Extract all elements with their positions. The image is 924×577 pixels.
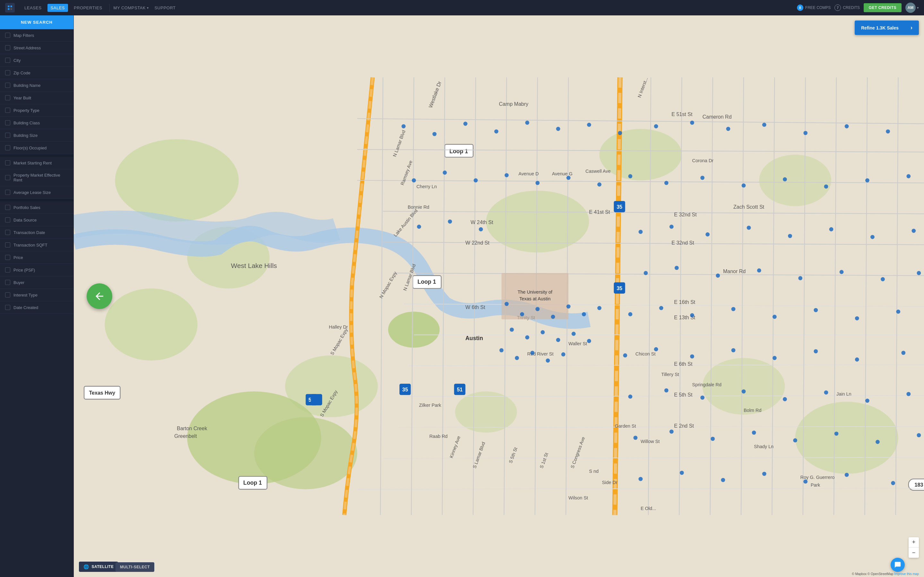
filter-checkbox-map-filters[interactable] bbox=[5, 33, 10, 38]
filter-item-date-created[interactable]: Date Created bbox=[0, 301, 73, 314]
svg-text:Bonnie Rd: Bonnie Rd bbox=[408, 205, 429, 210]
filter-checkbox-building-name[interactable] bbox=[5, 83, 10, 88]
multiselect-button[interactable]: MULTI-SELECT bbox=[115, 562, 154, 572]
filter-item-building-size[interactable]: Building Size bbox=[0, 129, 73, 142]
svg-point-131 bbox=[690, 121, 694, 125]
credits-section: 8 FREE COMPS 7 CREDITS GET CREDITS AM ▾ bbox=[797, 3, 919, 13]
nav-my-compstak[interactable]: MY COMPSTAK ▾ bbox=[113, 5, 149, 10]
filter-checkbox-year-built[interactable] bbox=[5, 95, 10, 100]
svg-text:Corona Dr: Corona Dr bbox=[692, 158, 714, 163]
svg-point-193 bbox=[772, 315, 777, 319]
filter-checkbox-property-type[interactable] bbox=[5, 108, 10, 113]
filter-checkbox-floors-occupied[interactable] bbox=[5, 145, 10, 150]
svg-text:Loop 1: Loop 1 bbox=[449, 148, 468, 155]
filter-checkbox-interest-type[interactable] bbox=[5, 292, 10, 298]
svg-text:E 32nd St: E 32nd St bbox=[674, 211, 697, 218]
svg-point-223 bbox=[721, 478, 725, 482]
svg-point-224 bbox=[762, 472, 766, 476]
filter-item-map-filters[interactable]: Map Filters bbox=[0, 29, 73, 42]
avatar-dropdown[interactable]: AM ▾ bbox=[905, 3, 919, 13]
svg-point-144 bbox=[510, 327, 514, 332]
nav-properties[interactable]: PROPERTIES bbox=[71, 4, 105, 12]
svg-text:Barton Creek: Barton Creek bbox=[177, 425, 208, 431]
filter-item-price[interactable]: Price bbox=[0, 251, 73, 264]
filter-checkbox-average-lease-size[interactable] bbox=[5, 190, 10, 195]
get-credits-button[interactable]: GET CREDITS bbox=[864, 3, 901, 12]
filter-checkbox-building-class[interactable] bbox=[5, 120, 10, 125]
filter-item-price-psf[interactable]: Price (PSF) bbox=[0, 264, 73, 276]
filter-checkbox-price-psf[interactable] bbox=[5, 268, 10, 272]
svg-point-225 bbox=[803, 480, 808, 484]
filter-checkbox-market-starting-rent[interactable] bbox=[5, 160, 10, 165]
filter-item-interest-type[interactable]: Interest Type bbox=[0, 289, 73, 301]
svg-point-136 bbox=[886, 129, 890, 134]
svg-point-159 bbox=[535, 181, 540, 185]
svg-point-164 bbox=[700, 176, 704, 180]
filter-checkbox-buyer[interactable] bbox=[5, 280, 10, 285]
filter-item-average-lease-size[interactable]: Average Lease Size bbox=[0, 186, 73, 199]
filter-item-market-starting-rent[interactable]: Market Starting Rent bbox=[0, 157, 73, 169]
improve-map-link[interactable]: Improve this map bbox=[894, 572, 919, 576]
filter-list: Map FiltersStreet AddressCityZip CodeBui… bbox=[0, 29, 73, 314]
svg-point-9 bbox=[599, 129, 682, 181]
svg-point-163 bbox=[664, 181, 669, 185]
filter-label-year-built: Year Built bbox=[13, 95, 31, 100]
filter-label-transaction-sqft: Transaction SQFT bbox=[13, 243, 47, 247]
map-background[interactable]: Loop 1 Loop 1 Loop 1 Texas Hwy 183 bbox=[74, 15, 924, 577]
new-search-button[interactable]: NEW SEARCH bbox=[0, 15, 73, 29]
filter-checkbox-zip-code[interactable] bbox=[5, 70, 10, 75]
filter-label-portfolio-sales: Portfolio Sales bbox=[13, 205, 40, 210]
svg-point-179 bbox=[871, 235, 875, 239]
filter-item-city[interactable]: City bbox=[0, 54, 73, 67]
svg-point-135 bbox=[845, 124, 849, 129]
svg-point-161 bbox=[598, 182, 602, 187]
filter-checkbox-transaction-date[interactable] bbox=[5, 230, 10, 235]
filter-label-interest-type: Interest Type bbox=[13, 293, 37, 298]
filter-label-building-size: Building Size bbox=[13, 133, 37, 138]
satellite-button[interactable]: 🌐 SATELLITE bbox=[79, 562, 118, 572]
filter-checkbox-city[interactable] bbox=[5, 58, 10, 63]
svg-point-180 bbox=[911, 229, 916, 233]
svg-text:35: 35 bbox=[617, 285, 622, 291]
zoom-in-button[interactable]: + bbox=[909, 537, 919, 548]
svg-point-216 bbox=[752, 430, 756, 435]
filter-checkbox-date-created[interactable] bbox=[5, 305, 10, 310]
filter-checkbox-transaction-sqft[interactable] bbox=[5, 242, 10, 247]
filter-item-zip-code[interactable]: Zip Code bbox=[0, 67, 73, 79]
filter-item-street-address[interactable]: Street Address bbox=[0, 42, 73, 54]
zoom-controls: + − bbox=[909, 537, 919, 558]
filter-item-transaction-sqft[interactable]: Transaction SQFT bbox=[0, 239, 73, 251]
nav-sales[interactable]: SALES bbox=[47, 4, 68, 12]
filter-item-portfolio-sales[interactable]: Portfolio Sales bbox=[0, 201, 73, 214]
filter-checkbox-price[interactable] bbox=[5, 255, 10, 260]
filter-item-property-type[interactable]: Property Type bbox=[0, 104, 73, 117]
refine-sales-button[interactable]: Refine 1.3K Sales › bbox=[855, 21, 919, 35]
filter-item-transaction-date[interactable]: Transaction Date bbox=[0, 226, 73, 239]
filter-item-building-class[interactable]: Building Class bbox=[0, 117, 73, 129]
avatar[interactable]: AM bbox=[905, 3, 916, 13]
svg-text:Cameron Rd: Cameron Rd bbox=[702, 114, 732, 119]
filter-checkbox-property-market-effective-rent[interactable] bbox=[5, 175, 10, 180]
filter-item-building-name[interactable]: Building Name bbox=[0, 79, 73, 92]
zoom-out-button[interactable]: − bbox=[909, 548, 919, 558]
filter-item-buyer[interactable]: Buyer bbox=[0, 276, 73, 289]
sidebar: NEW SEARCH Map FiltersStreet AddressCity… bbox=[0, 15, 74, 577]
logo[interactable] bbox=[5, 3, 15, 13]
back-button[interactable] bbox=[87, 284, 112, 309]
filter-item-year-built[interactable]: Year Built bbox=[0, 92, 73, 104]
chat-button[interactable] bbox=[891, 558, 905, 572]
filter-checkbox-building-size[interactable] bbox=[5, 133, 10, 138]
svg-point-7 bbox=[105, 288, 197, 361]
svg-text:35: 35 bbox=[617, 204, 622, 210]
filter-item-floors-occupied[interactable]: Floor(s) Occupied bbox=[0, 142, 73, 154]
svg-point-184 bbox=[757, 268, 761, 272]
filter-item-data-source[interactable]: Data Source bbox=[0, 214, 73, 226]
filter-checkbox-portfolio-sales[interactable] bbox=[5, 205, 10, 210]
filter-item-property-market-effective-rent[interactable]: Property Market Effective Rent bbox=[0, 169, 73, 186]
svg-point-16 bbox=[254, 417, 357, 489]
svg-point-149 bbox=[587, 339, 591, 343]
nav-support[interactable]: SUPPORT bbox=[151, 4, 179, 12]
filter-checkbox-data-source[interactable] bbox=[5, 218, 10, 222]
nav-leases[interactable]: LEASES bbox=[21, 4, 45, 12]
filter-checkbox-street-address[interactable] bbox=[5, 45, 10, 50]
